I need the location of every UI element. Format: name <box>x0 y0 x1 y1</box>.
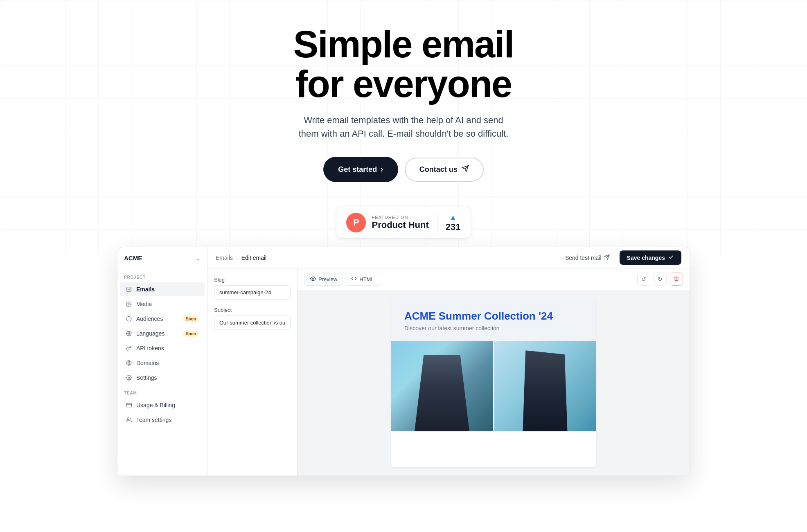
email-preview-subtitle: Discover our latest summer collection <box>404 325 583 331</box>
sidebar: ACME ⌄ PROJECT Emails Media A <box>117 247 207 476</box>
undo-button[interactable]: ↺ <box>637 273 650 286</box>
billing-icon <box>126 402 132 408</box>
sidebar-header[interactable]: ACME ⌄ <box>117 247 207 269</box>
email-image-2 <box>494 341 596 431</box>
slug-input[interactable] <box>214 285 291 300</box>
preview-actions: ↺ ↻ <box>637 273 683 286</box>
audiences-badge: Soon <box>183 316 199 322</box>
email-image-1 <box>391 341 494 431</box>
svg-point-5 <box>126 316 131 321</box>
code-icon <box>351 276 357 283</box>
subject-input[interactable] <box>214 316 291 330</box>
breadcrumb-emails[interactable]: Emails <box>216 255 233 261</box>
sidebar-item-emails-label: Emails <box>136 286 155 293</box>
subject-field: Subject <box>214 307 291 330</box>
email-header-section: ACME Summer Collection '24 Discover our … <box>391 298 596 341</box>
sidebar-item-usage-billing-label: Usage & Billing <box>136 402 175 408</box>
delete-button[interactable] <box>670 273 683 286</box>
sport-image-1 <box>391 341 493 431</box>
preview-toolbar: Preview HTML ↺ <box>298 268 690 290</box>
sidebar-item-api-tokens[interactable]: API tokens <box>120 341 205 355</box>
svg-rect-9 <box>126 404 132 407</box>
send-icon <box>462 165 469 174</box>
sidebar-item-domains[interactable]: Domains <box>120 356 205 370</box>
upvote-arrow-icon: ▲ <box>449 213 457 222</box>
paper-plane-icon <box>604 254 610 261</box>
send-test-label: Send test mail <box>565 255 602 261</box>
product-hunt-badge-area: P FEATURED ON Product Hunt ▲ 231 <box>336 207 471 239</box>
sidebar-brand: ACME <box>124 255 142 261</box>
breadcrumb-current: Edit email <box>241 255 266 261</box>
languages-icon <box>126 330 132 337</box>
hero-section: Simple email for everyone Write email te… <box>0 0 807 255</box>
get-started-button[interactable]: Get started <box>323 157 398 182</box>
topbar-actions: Send test mail Save changes <box>560 250 681 265</box>
chevron-icon: ⌄ <box>196 255 201 261</box>
sidebar-item-media[interactable]: Media <box>120 297 205 311</box>
breadcrumb: Emails › Edit email <box>216 255 266 261</box>
sidebar-item-media-label: Media <box>136 301 152 307</box>
sidebar-item-usage-billing[interactable]: Usage & Billing <box>120 398 205 412</box>
form-panel: Slug Subject <box>207 268 298 476</box>
sidebar-item-team-settings-label: Team settings <box>136 417 171 423</box>
preview-tabs: Preview HTML <box>304 273 380 286</box>
save-changes-label: Save changes <box>627 255 665 261</box>
tab-html[interactable]: HTML <box>345 273 380 286</box>
slug-field: Slug <box>214 277 291 300</box>
sport-image-2 <box>494 341 596 431</box>
sidebar-item-languages[interactable]: Languages Soon <box>120 327 205 340</box>
sidebar-item-audiences[interactable]: Audiences Soon <box>120 312 205 326</box>
sidebar-item-domains-label: Domains <box>136 360 159 366</box>
trash-icon <box>674 276 679 283</box>
product-hunt-logo: P <box>346 213 366 232</box>
check-icon <box>668 254 674 261</box>
tab-preview[interactable]: Preview <box>304 273 343 286</box>
app-window: ACME ⌄ PROJECT Emails Media A <box>117 247 690 476</box>
sidebar-item-languages-label: Languages <box>136 330 165 337</box>
svg-point-8 <box>128 377 130 379</box>
sidebar-item-emails[interactable]: Emails <box>120 282 205 296</box>
languages-badge: Soon <box>183 331 199 337</box>
svg-point-4 <box>128 303 128 304</box>
hero-buttons: Get started Contact us <box>323 157 483 182</box>
sidebar-item-team-settings[interactable]: Team settings <box>120 413 205 427</box>
sidebar-item-settings-label: Settings <box>136 374 157 381</box>
redo-icon: ↻ <box>658 276 663 282</box>
main-content: Emails › Edit email Send test mail Save … <box>207 247 690 476</box>
emails-icon <box>126 286 132 293</box>
email-preview-title: ACME Summer Collection '24 <box>404 310 583 322</box>
team-section-label: TEAM <box>117 385 207 398</box>
email-preview-scroll[interactable]: ACME Summer Collection '24 Discover our … <box>298 290 690 476</box>
sidebar-item-audiences-label: Audiences <box>136 316 163 322</box>
redo-button[interactable]: ↻ <box>654 273 667 286</box>
svg-point-11 <box>127 418 129 420</box>
hero-content: Simple email for everyone Write email te… <box>293 25 514 207</box>
product-hunt-badge[interactable]: P FEATURED ON Product Hunt ▲ 231 <box>336 207 471 239</box>
team-icon <box>126 417 132 423</box>
contact-us-button[interactable]: Contact us <box>405 158 484 182</box>
save-changes-button[interactable]: Save changes <box>620 250 681 265</box>
product-hunt-votes: ▲ 231 <box>437 213 461 232</box>
app-window-wrapper: ACME ⌄ PROJECT Emails Media A <box>117 247 690 476</box>
sidebar-item-settings[interactable]: Settings <box>120 371 205 385</box>
slug-label: Slug <box>214 277 291 283</box>
audiences-icon <box>126 316 132 322</box>
hero-title: Simple email for everyone <box>293 25 514 104</box>
subject-label: Subject <box>214 307 291 313</box>
topbar: Emails › Edit email Send test mail Save … <box>207 247 690 268</box>
settings-icon <box>126 374 132 381</box>
email-preview-content: ACME Summer Collection '24 Discover our … <box>391 298 596 467</box>
undo-icon: ↺ <box>641 276 646 282</box>
email-preview-images <box>391 341 596 431</box>
hero-subtitle: Write email templates with the help of A… <box>297 113 510 140</box>
breadcrumb-separator: › <box>236 255 238 261</box>
editor-area: Slug Subject <box>207 268 690 476</box>
project-section-label: PROJECT <box>117 269 207 282</box>
eye-icon <box>310 276 316 283</box>
product-hunt-text: FEATURED ON Product Hunt <box>372 215 428 230</box>
svg-point-14 <box>312 278 314 280</box>
send-test-mail-button[interactable]: Send test mail <box>560 251 615 264</box>
sidebar-item-api-tokens-label: API tokens <box>136 345 164 352</box>
preview-panel: Preview HTML ↺ <box>298 268 690 476</box>
api-icon <box>126 345 132 352</box>
